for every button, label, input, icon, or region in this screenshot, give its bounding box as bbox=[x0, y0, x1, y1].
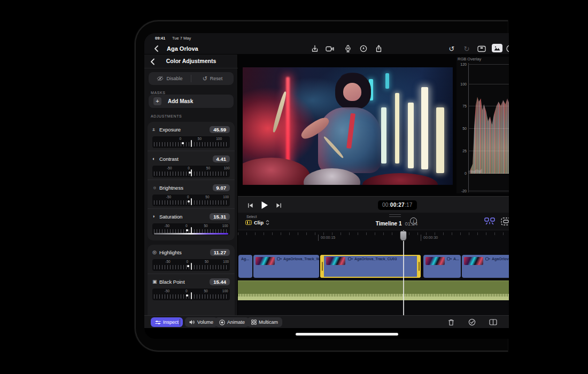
partial-circle-icon[interactable] bbox=[505, 44, 509, 53]
clip-thumbnail bbox=[326, 257, 345, 265]
black-point-value[interactable]: 15.44 bbox=[210, 278, 230, 285]
undo-icon[interactable]: ↺ bbox=[447, 44, 457, 53]
saturation-value[interactable]: 15.31 bbox=[210, 213, 230, 220]
trim-handle-right[interactable] bbox=[417, 255, 421, 278]
timeline-drag-handle[interactable] bbox=[389, 214, 401, 217]
timeline-name-group[interactable]: Timeline 101:24 bbox=[238, 218, 509, 228]
playhead-handle[interactable] bbox=[400, 231, 407, 241]
black-point-slider[interactable]: -50 0 50 100 bbox=[152, 289, 230, 300]
ipad-device-frame: 09:41 Tue 7 May Aga Orlova bbox=[135, 20, 508, 352]
slider-cursor bbox=[191, 263, 192, 270]
eye-off-icon bbox=[157, 76, 164, 81]
timeline-clip[interactable]: AgaOrlova_Tra bbox=[462, 255, 509, 278]
share-icon[interactable] bbox=[374, 44, 383, 53]
browser-icon[interactable] bbox=[477, 44, 486, 53]
adjustment-black-point: ▣Black Point15.44 -50 0 50 100 bbox=[148, 274, 235, 302]
timeline-ruler[interactable]: 00:00:15 00:00:30 bbox=[238, 230, 509, 243]
zero-marker bbox=[188, 200, 190, 202]
white-light-bar bbox=[395, 93, 399, 163]
drummer-face bbox=[343, 83, 362, 101]
grid-icon bbox=[251, 320, 257, 325]
skip-forward-button[interactable] bbox=[274, 201, 283, 209]
white-light-bar bbox=[436, 107, 445, 173]
sliders-icon bbox=[155, 320, 161, 325]
clip-thumbnail bbox=[425, 257, 445, 265]
clip-connect-icon[interactable] bbox=[484, 217, 496, 228]
timeline-clip-partial[interactable]: Ag... bbox=[238, 255, 252, 278]
inspect-button[interactable]: Inspect bbox=[151, 317, 183, 327]
saturation-icon: ◗ bbox=[152, 214, 159, 219]
slider-cursor bbox=[191, 169, 192, 176]
saturation-slider[interactable]: -50 0 50 100 bbox=[152, 223, 230, 235]
clip-name: AgaOrlova_Track_CU03 bbox=[348, 257, 397, 261]
animate-button[interactable]: Animate bbox=[215, 317, 249, 327]
rgb-overlay-scope: RGB Overlay 120 100 75 50 25 bbox=[457, 57, 509, 193]
scope-tick: 0 bbox=[458, 172, 467, 175]
highlights-icon: ◎ bbox=[152, 250, 159, 255]
contrast-slider[interactable]: -50 0 50 100 bbox=[152, 166, 230, 177]
main-area: RGB Overlay 120 100 75 50 25 bbox=[238, 54, 509, 315]
scope-tick: 50 bbox=[458, 127, 467, 130]
timeline-clip[interactable]: A... bbox=[423, 255, 461, 278]
viewer-image-icon-selected[interactable] bbox=[492, 44, 502, 52]
volume-button[interactable]: Volume bbox=[185, 317, 218, 327]
camera-icon[interactable] bbox=[325, 44, 335, 53]
trash-icon[interactable] bbox=[447, 318, 455, 326]
viewer: RGB Overlay 120 100 75 50 25 bbox=[238, 54, 509, 196]
playhead-line[interactable] bbox=[403, 230, 404, 315]
clip-appearance-icon[interactable] bbox=[501, 217, 509, 228]
audio-track[interactable] bbox=[238, 280, 509, 300]
pages-icon[interactable] bbox=[489, 318, 497, 326]
adjustments-section-label: ADJUSTMENTS bbox=[151, 114, 182, 118]
timeline-body: Ag... AgaOrlova_Track_Wid... bbox=[238, 243, 509, 315]
white-light-bar bbox=[381, 107, 386, 164]
trim-handle-left[interactable] bbox=[320, 255, 324, 278]
adjustments-card-1: ±Exposure45.59 0 50 100 ◐Contrast4.41 -5… bbox=[148, 122, 235, 240]
timeline-clip[interactable]: AgaOrlova_Track_Wid... bbox=[253, 255, 319, 278]
ruler-label: 00:00:30 bbox=[421, 235, 438, 241]
timecode-display[interactable]: 00:00:27:17 bbox=[378, 200, 417, 210]
skip-back-button[interactable] bbox=[246, 201, 254, 209]
video-preview[interactable] bbox=[243, 67, 453, 185]
microphone-icon[interactable] bbox=[343, 44, 353, 53]
info-icon[interactable]: i bbox=[410, 217, 417, 224]
zero-marker bbox=[186, 294, 188, 297]
highlights-value[interactable]: 11.27 bbox=[210, 249, 230, 256]
brightness-value[interactable]: 9.07 bbox=[213, 184, 230, 191]
zero-marker bbox=[186, 229, 188, 231]
scope-tick: 25 bbox=[458, 149, 467, 153]
camera-icon bbox=[485, 257, 490, 261]
adjustment-exposure: ±Exposure45.59 0 50 100 bbox=[148, 122, 235, 151]
scope-tick: -20 bbox=[458, 189, 467, 193]
brightness-slider[interactable]: -50 0 50 100 bbox=[152, 194, 230, 206]
redo-icon[interactable]: ↻ bbox=[462, 44, 471, 53]
audio-clip-body bbox=[238, 280, 509, 294]
home-indicator[interactable] bbox=[296, 333, 398, 336]
timeline-clip-selected[interactable]: AgaOrlova_Track_CU03 bbox=[320, 255, 421, 278]
black-point-icon: ▣ bbox=[152, 279, 159, 284]
highlights-slider[interactable]: -50 0 50 100 bbox=[152, 259, 230, 271]
ipad-screen: 09:41 Tue 7 May Aga Orlova bbox=[144, 33, 509, 339]
bottom-toolbar: Inspect Volume Animate Multicam bbox=[144, 315, 509, 328]
play-button[interactable] bbox=[259, 200, 270, 211]
adjustments-card-2: ◎Highlights11.27 -50 0 50 100 ▣Black Poi… bbox=[148, 245, 235, 315]
clip-name: AgaOrlova_Tra bbox=[485, 257, 509, 261]
exposure-value[interactable]: 45.59 bbox=[210, 126, 230, 133]
audio-waveform bbox=[238, 294, 509, 300]
zero-marker bbox=[182, 142, 184, 144]
multicam-button[interactable]: Multicam bbox=[247, 317, 282, 327]
toolbar-divider bbox=[180, 319, 180, 325]
add-mask-button[interactable]: + Add Mask bbox=[149, 95, 234, 108]
pencil-circle-icon[interactable] bbox=[359, 44, 368, 53]
reset-button[interactable]: ↺ Reset bbox=[191, 72, 234, 85]
contrast-icon: ◐ bbox=[152, 156, 159, 161]
import-icon[interactable] bbox=[310, 44, 320, 53]
disable-reset-group: Disable ↺ Reset bbox=[149, 72, 234, 85]
back-chevron-icon[interactable] bbox=[153, 45, 160, 52]
check-circle-icon[interactable] bbox=[468, 318, 476, 326]
exposure-slider[interactable]: 0 50 100 bbox=[152, 136, 230, 148]
stage: 09:41 Tue 7 May Aga Orlova bbox=[0, 0, 588, 374]
contrast-value[interactable]: 4.41 bbox=[213, 155, 230, 162]
disable-button[interactable]: Disable bbox=[149, 72, 191, 85]
ruler-label: 00:00:15 bbox=[318, 235, 335, 241]
